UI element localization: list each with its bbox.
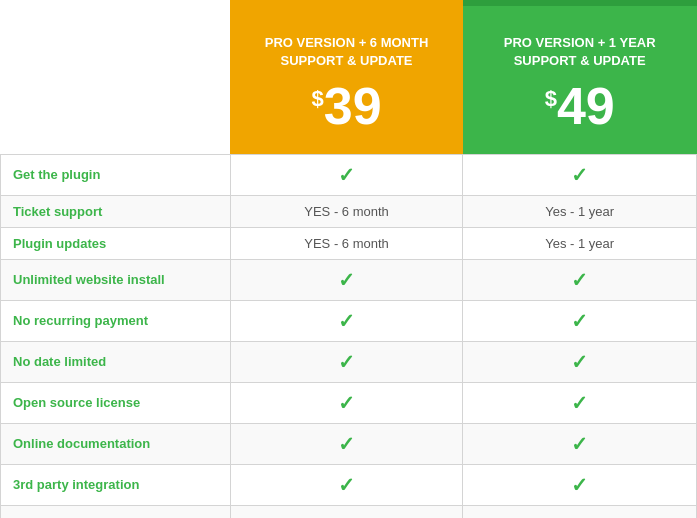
feature-label: Unlimited website install	[13, 272, 165, 287]
check-icon: ✓	[338, 310, 355, 332]
feature-row: No date limited✓✓	[1, 341, 697, 382]
feature-row: Ticket supportYES - 6 monthYes - 1 year	[1, 195, 697, 227]
plan-pro12-price: $49	[473, 78, 687, 135]
check-icon: ✓	[571, 474, 588, 496]
feature-pro6-cell: ✓	[230, 154, 463, 195]
check-icon: ✓	[571, 515, 588, 518]
feature-row: Unlimited website install✓✓	[1, 259, 697, 300]
feature-row: Open source license✓✓	[1, 382, 697, 423]
check-icon: ✓	[338, 433, 355, 455]
feature-label-cell: Online documentation	[1, 423, 231, 464]
plan-pro6-amount: 39	[324, 77, 382, 135]
check-icon: ✓	[338, 164, 355, 186]
plan-pro6-currency: $	[311, 86, 323, 111]
feature-pro6-text: YES - 6 month	[230, 227, 463, 259]
feature-label-cell: 3rd party integration	[1, 464, 231, 505]
feature-label-cell: No date limited	[1, 341, 231, 382]
feature-row: Get the plugin✓✓	[1, 154, 697, 195]
feature-label: No recurring payment	[13, 313, 148, 328]
check-icon: ✓	[338, 392, 355, 414]
check-icon: ✓	[571, 351, 588, 373]
feature-label-cell: Open source license	[1, 382, 231, 423]
check-icon: ✓	[338, 351, 355, 373]
feature-pro12-cell: ✓	[463, 464, 697, 505]
feature-pro12-text: Yes - 1 year	[463, 195, 697, 227]
plan-pro12-amount: 49	[557, 77, 615, 135]
pricing-table: PRO VERSION + 6 MONTHSUPPORT & UPDATE $3…	[0, 0, 697, 518]
feature-label: No date limited	[13, 354, 106, 369]
feature-row: Online documentation✓✓	[1, 423, 697, 464]
feature-header-cell	[1, 0, 231, 154]
check-icon: ✓	[571, 269, 588, 291]
feature-label: Online documentation	[13, 436, 150, 451]
plan-pro6-header: PRO VERSION + 6 MONTHSUPPORT & UPDATE $3…	[230, 0, 463, 154]
feature-pro6-cell: ✓	[230, 505, 463, 518]
feature-pro6-cell: ✓	[230, 300, 463, 341]
feature-label: Get the plugin	[13, 167, 100, 182]
feature-pro6-cell: ✓	[230, 382, 463, 423]
header-row: PRO VERSION + 6 MONTHSUPPORT & UPDATE $3…	[1, 0, 697, 154]
check-icon: ✓	[338, 515, 355, 518]
feature-label-cell: No recurring payment	[1, 300, 231, 341]
feature-row: 3rd party integration✓✓	[1, 464, 697, 505]
feature-pro12-text: Yes - 1 year	[463, 227, 697, 259]
feature-pro6-cell: ✓	[230, 423, 463, 464]
feature-pro12-cell: ✓	[463, 423, 697, 464]
feature-pro6-cell: ✓	[230, 464, 463, 505]
feature-pro6-text: YES - 6 month	[230, 195, 463, 227]
feature-label: 3rd party integration	[13, 477, 139, 492]
feature-label: Plugin updates	[13, 236, 106, 251]
check-icon: ✓	[571, 392, 588, 414]
feature-pro12-cell: ✓	[463, 382, 697, 423]
feature-row: Plugin updatesYES - 6 monthYes - 1 year	[1, 227, 697, 259]
plan-pro12-currency: $	[545, 86, 557, 111]
check-icon: ✓	[571, 310, 588, 332]
check-icon: ✓	[338, 269, 355, 291]
plan-pro6-price: $39	[240, 78, 453, 135]
plan-pro12-header: PRO VERSION + 1 YEARSUPPORT & UPDATE $49	[463, 0, 697, 154]
check-icon: ✓	[571, 433, 588, 455]
check-icon: ✓	[571, 164, 588, 186]
feature-pro12-cell: ✓	[463, 505, 697, 518]
check-icon: ✓	[338, 474, 355, 496]
feature-label-cell: Unlimited website install	[1, 259, 231, 300]
plan-pro12-title: PRO VERSION + 1 YEARSUPPORT & UPDATE	[473, 34, 687, 70]
feature-pro12-cell: ✓	[463, 300, 697, 341]
feature-label: Ticket support	[13, 204, 102, 219]
feature-row: No recurring payment✓✓	[1, 300, 697, 341]
feature-row: Compatibility WP 4+✓✓	[1, 505, 697, 518]
feature-label-cell: Get the plugin	[1, 154, 231, 195]
feature-label: Open source license	[13, 395, 140, 410]
feature-pro6-cell: ✓	[230, 259, 463, 300]
feature-label-cell: Compatibility WP 4+	[1, 505, 231, 518]
most-popular-badge	[463, 0, 697, 6]
feature-pro12-cell: ✓	[463, 341, 697, 382]
feature-pro12-cell: ✓	[463, 259, 697, 300]
feature-label-cell: Plugin updates	[1, 227, 231, 259]
plan-pro6-title: PRO VERSION + 6 MONTHSUPPORT & UPDATE	[240, 34, 453, 70]
feature-label-cell: Ticket support	[1, 195, 231, 227]
feature-pro6-cell: ✓	[230, 341, 463, 382]
feature-pro12-cell: ✓	[463, 154, 697, 195]
